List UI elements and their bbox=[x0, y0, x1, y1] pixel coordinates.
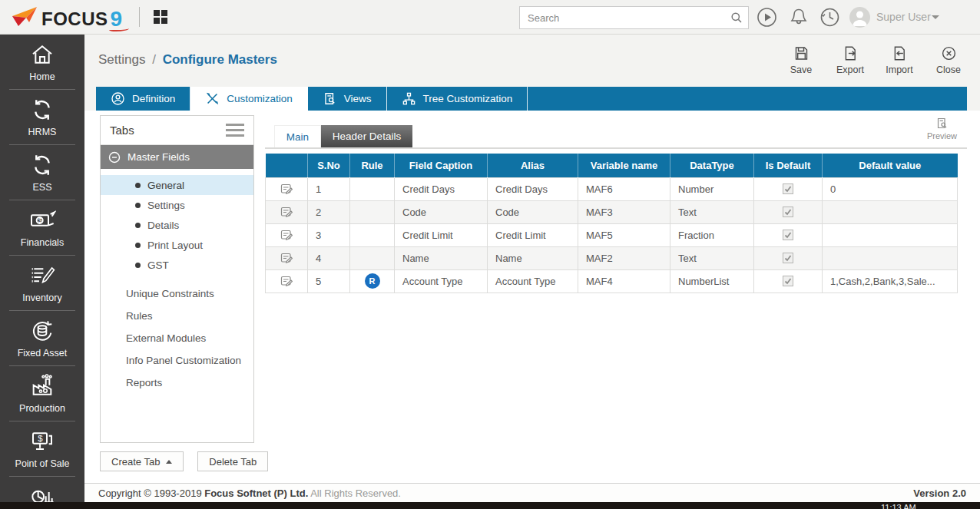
play-icon[interactable] bbox=[757, 7, 777, 28]
user-name[interactable]: Super User bbox=[876, 11, 931, 23]
customization-tools-icon bbox=[205, 91, 220, 106]
tree-group-master-fields[interactable]: Master Fields bbox=[101, 145, 253, 169]
top-bar: FOCUS 9 Super User bbox=[0, 0, 980, 35]
is-default-checkbox[interactable] bbox=[783, 183, 793, 194]
is-default-checkbox[interactable] bbox=[783, 253, 793, 263]
sidebar-item-inventory[interactable]: Inventory bbox=[0, 256, 84, 311]
tree-item-gst[interactable]: GST bbox=[101, 255, 253, 275]
table-row: 4 Name Name MAF2 Text bbox=[266, 246, 958, 269]
cell-is-default bbox=[754, 223, 823, 246]
cell-datatype: Fraction bbox=[670, 223, 754, 246]
tab-tree-customization[interactable]: Tree Customization bbox=[387, 87, 528, 111]
brand-number: 9 bbox=[111, 9, 123, 28]
row-edit-cell[interactable] bbox=[266, 200, 308, 223]
subtab-header-details[interactable]: Header Details bbox=[321, 125, 412, 147]
collapse-minus-icon[interactable] bbox=[108, 151, 121, 164]
cell-variable: MAF3 bbox=[578, 200, 670, 223]
save-button[interactable]: Save bbox=[786, 45, 816, 75]
tree-item-print-layout[interactable]: Print Layout bbox=[101, 235, 253, 255]
tree-item-details[interactable]: Details bbox=[101, 215, 253, 235]
col-row-icon bbox=[266, 154, 308, 177]
coins-sync-icon bbox=[29, 319, 55, 343]
tree-item-external-modules[interactable]: External Modules bbox=[101, 327, 253, 349]
user-avatar[interactable] bbox=[849, 7, 870, 28]
sidebar-item-partial[interactable] bbox=[0, 477, 84, 502]
col-alias: Alias bbox=[488, 154, 578, 177]
cell-rule bbox=[350, 246, 395, 269]
search-input[interactable] bbox=[519, 6, 749, 29]
cell-rule bbox=[350, 223, 395, 246]
tab-customization[interactable]: Customization bbox=[190, 87, 308, 111]
tabs-tree-roots: Unique Constraints Rules External Module… bbox=[101, 283, 253, 394]
edit-note-icon bbox=[280, 206, 293, 218]
tree-item-info-panel-customization[interactable]: Info Panel Customization bbox=[101, 349, 253, 372]
delete-tab-button[interactable]: Delete Tab bbox=[197, 451, 268, 471]
cell-sno: 4 bbox=[308, 246, 350, 269]
cell-alias: Name bbox=[488, 246, 578, 269]
sidebar-item-production[interactable]: Production bbox=[0, 366, 84, 421]
subtab-main[interactable]: Main bbox=[274, 125, 321, 147]
sidebar-item-financials[interactable]: $ Financials bbox=[0, 200, 84, 256]
breadcrumb: Settings / Configure Masters bbox=[98, 52, 277, 68]
cell-datatype: Text bbox=[670, 200, 754, 223]
copyright-text: Copyright © 1993-2019 Focus Softnet (P) … bbox=[98, 488, 401, 499]
row-edit-cell[interactable] bbox=[266, 223, 308, 246]
col-sno: S.No bbox=[308, 154, 350, 177]
breadcrumb-settings[interactable]: Settings bbox=[98, 52, 145, 67]
desktop-taskbar-strip: 11:13 AM bbox=[0, 502, 980, 509]
cell-sno: 2 bbox=[308, 200, 350, 223]
sidebar-item-point-of-sale[interactable]: $ Point of Sale bbox=[0, 421, 84, 477]
cell-field-caption: Account Type bbox=[395, 269, 488, 293]
caret-up-icon bbox=[166, 460, 172, 464]
cell-variable: MAF2 bbox=[578, 246, 670, 269]
views-icon bbox=[323, 91, 337, 106]
tree-item-unique-constraints[interactable]: Unique Constraints bbox=[101, 283, 253, 305]
cell-variable: MAF5 bbox=[578, 223, 670, 246]
close-button[interactable]: Close bbox=[934, 45, 963, 75]
is-default-checkbox[interactable] bbox=[783, 207, 793, 217]
row-edit-cell[interactable] bbox=[266, 246, 308, 269]
tree-item-general[interactable]: General bbox=[101, 175, 253, 195]
tree-item-reports[interactable]: Reports bbox=[101, 372, 253, 394]
tree-item-settings[interactable]: Settings bbox=[101, 195, 253, 215]
row-edit-cell[interactable] bbox=[266, 269, 308, 293]
user-menu-caret-icon[interactable] bbox=[932, 15, 939, 19]
row-edit-cell[interactable] bbox=[266, 177, 308, 200]
col-field-caption: Field Caption bbox=[395, 154, 488, 177]
tab-buttons: Create Tab Delete Tab bbox=[100, 451, 268, 471]
cell-field-caption: Credit Days bbox=[395, 177, 488, 200]
sidebar-item-hrms[interactable]: HRMS bbox=[0, 90, 84, 145]
cell-sno: 1 bbox=[308, 177, 350, 200]
sidebar-item-fixed-asset[interactable]: Fixed Asset bbox=[0, 311, 84, 366]
analytics-icon bbox=[29, 484, 55, 502]
sidebar-item-ess[interactable]: ESS bbox=[0, 145, 84, 200]
export-icon bbox=[843, 45, 859, 61]
cell-alias: Code bbox=[488, 200, 578, 223]
tab-views[interactable]: Views bbox=[308, 87, 387, 111]
notifications-bell-icon[interactable] bbox=[789, 7, 809, 28]
action-toolbar: Save Export Import Close bbox=[786, 45, 963, 75]
create-tab-button[interactable]: Create Tab bbox=[100, 451, 184, 471]
import-button[interactable]: Import bbox=[885, 45, 914, 75]
cell-datatype: Number bbox=[670, 177, 754, 200]
fields-table: S.No Rule Field Caption Alias Variable n… bbox=[265, 154, 958, 293]
banknote-icon: $ bbox=[28, 208, 56, 233]
export-button[interactable]: Export bbox=[836, 45, 865, 75]
tab-definition[interactable]: Definition bbox=[96, 87, 190, 111]
search-icon[interactable] bbox=[730, 12, 743, 24]
tree-item-rules[interactable]: Rules bbox=[101, 305, 253, 327]
menu-hamburger-icon[interactable] bbox=[226, 124, 244, 137]
is-default-checkbox[interactable] bbox=[783, 276, 793, 286]
tabs-panel: Tabs Master Fields General Settings Deta… bbox=[100, 115, 254, 443]
is-default-checkbox[interactable] bbox=[783, 230, 793, 240]
brand-swoosh bbox=[109, 27, 129, 31]
history-icon[interactable] bbox=[819, 7, 840, 28]
preview-button[interactable]: Preview bbox=[927, 117, 957, 140]
tabs-panel-title: Tabs bbox=[110, 124, 134, 137]
rule-badge[interactable]: R bbox=[365, 273, 380, 289]
focus9-logo: FOCUS 9 bbox=[11, 5, 122, 28]
tabs-tree: General Settings Details Print Layout GS… bbox=[101, 169, 253, 394]
sidebar-item-home[interactable]: Home bbox=[0, 35, 84, 90]
apps-grid-icon[interactable] bbox=[154, 10, 167, 24]
table-row: 2 Code Code MAF3 Text bbox=[266, 200, 958, 223]
